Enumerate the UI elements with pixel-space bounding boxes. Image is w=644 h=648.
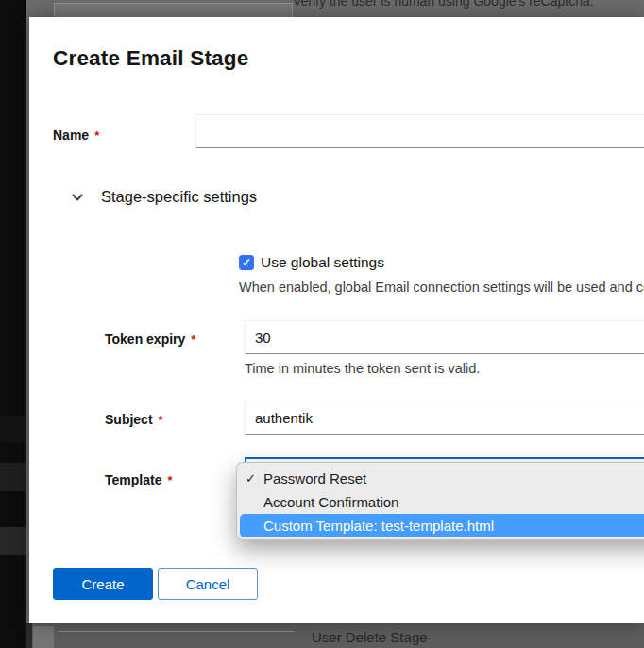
required-asterisk: * [159,413,163,427]
background-divider [26,623,32,648]
sidebar-item-shadow [0,527,26,555]
use-global-settings-help: When enabled, global Email connection se… [239,280,644,295]
chevron-down-icon [71,191,84,204]
dropdown-option-custom-template[interactable]: Custom Template: test-template.html [240,514,644,537]
background-checkbox-cell [33,626,54,648]
subject-label: Subject* [105,412,163,427]
section-header-label: Stage-specific settings [101,188,257,206]
use-global-settings-label[interactable]: Use global settings [261,254,384,271]
background-row-label: User Delete Stage [312,629,428,645]
background-description-text: Verify the user is human using Google's … [293,0,594,9]
token-expiry-help: Time in minutes the token sent is valid. [245,361,480,376]
app-sidebar [0,0,26,648]
use-global-settings-checkbox[interactable]: ✓ [239,255,254,270]
modal-backdrop-bottom: User Delete Stage [26,623,644,648]
check-icon: ✓ [242,256,251,269]
option-label: Custom Template: test-template.html [263,518,494,534]
name-label-text: Name [53,128,89,143]
token-expiry-input[interactable] [245,320,644,354]
required-asterisk: * [191,333,195,347]
token-expiry-label: Token expiry* [105,332,195,347]
subject-label-text: Subject [105,412,153,427]
template-dropdown-popup: ✓ Password Reset Account Confirmation Cu… [236,462,644,540]
required-asterisk: * [167,473,172,487]
option-label: Account Confirmation [263,494,398,510]
subject-input[interactable] [245,401,644,435]
stage-specific-settings-toggle[interactable]: Stage-specific settings [71,188,257,206]
cancel-button[interactable]: Cancel [158,568,258,600]
app-screen: Verify the user is human using Google's … [0,0,644,648]
sidebar-item-shadow [0,416,26,442]
name-input[interactable] [195,114,644,148]
dropdown-option-password-reset[interactable]: ✓ Password Reset [237,467,644,490]
token-expiry-label-text: Token expiry [105,332,185,347]
background-table-cell [54,3,293,17]
dropdown-option-account-confirmation[interactable]: Account Confirmation [237,490,644,514]
template-label-text: Template [105,472,161,487]
option-label: Password Reset [263,470,366,486]
create-button[interactable]: Create [53,568,153,600]
name-label: Name* [53,128,99,143]
create-email-stage-modal: Create Email Stage Name* Stage-specific … [29,17,644,623]
sidebar-item-shadow [0,463,26,491]
selected-check-icon: ✓ [246,467,261,490]
template-label: Template* [105,472,173,487]
modal-title: Create Email Stage [53,46,248,71]
background-row-border [58,631,294,632]
modal-backdrop-top: Verify the user is human using Google's … [26,0,644,17]
required-asterisk: * [94,128,99,143]
